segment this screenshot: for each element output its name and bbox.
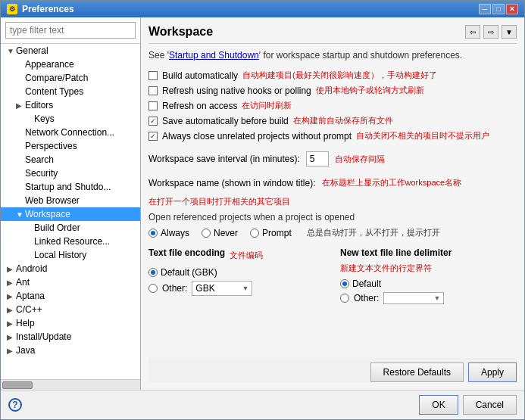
tree-item-content-types[interactable]: Content Types	[1, 85, 140, 98]
radio-prompt[interactable]: Prompt	[250, 228, 292, 238]
two-col-section: Text file encoding 文件编码 Default (GBK) Ot…	[148, 247, 517, 304]
window-icon: ⚙	[7, 4, 17, 14]
forward-button[interactable]: ⇨	[483, 25, 498, 39]
radio-never-input[interactable]	[202, 229, 211, 238]
tree-item-buildorder[interactable]: Build Order	[1, 221, 140, 235]
startup-shutdown-link[interactable]: Startup and Shutdown	[169, 50, 259, 61]
main-content: ▼ General Appearance Compare/Patch Co	[1, 17, 524, 390]
encoding-other-label: Other:	[162, 283, 187, 294]
encoding-default-option[interactable]: Default (GBK)	[148, 267, 325, 278]
scroll-thumb[interactable]	[2, 381, 33, 389]
search-input[interactable]	[5, 22, 136, 39]
panel-title: Workspace	[148, 25, 213, 39]
maximize-button[interactable]: □	[492, 4, 505, 14]
tree-label-security: Security	[25, 168, 58, 179]
restore-defaults-button[interactable]: Restore Defaults	[370, 362, 464, 382]
label-refresh-native: Refresh using native hooks or polling	[162, 86, 311, 96]
expand-icon-aptana: ▶	[7, 292, 16, 300]
radio-prompt-label: Prompt	[262, 228, 292, 238]
encoding-other-radio[interactable]	[148, 284, 158, 293]
radio-always-input[interactable]	[148, 229, 158, 238]
horizontal-scrollbar[interactable]	[1, 379, 140, 390]
expand-icon-cpp: ▶	[7, 306, 16, 314]
tree-item-java[interactable]: ▶ Java	[1, 344, 140, 357]
tree-label-webbrowser: Web Browser	[25, 195, 80, 206]
delimiter-default-radio[interactable]	[340, 279, 349, 288]
ok-button[interactable]: OK	[419, 395, 458, 415]
help-icon[interactable]: ?	[8, 398, 22, 412]
tree-label-buildorder: Build Order	[34, 222, 80, 233]
delimiter-default-option[interactable]: Default	[340, 278, 517, 289]
text-encoding-note: 文件编码	[230, 250, 263, 261]
save-interval-input[interactable]	[306, 151, 329, 166]
left-panel: ▼ General Appearance Compare/Patch Co	[1, 17, 141, 390]
option-row-close-unrelated: Always close unrelated projects without …	[148, 130, 517, 142]
footer: ? OK Cancel	[1, 390, 524, 419]
radio-never-label: Never	[214, 228, 238, 238]
right-panel: Workspace ⇦ ⇨ ▼ See 'Startup and Shutdow…	[141, 17, 524, 390]
preferences-window: ⚙ Preferences ─ □ ✕ ▼ General	[0, 0, 525, 420]
tree-item-localhistory[interactable]: Local History	[1, 248, 140, 262]
action-buttons: Restore Defaults Apply	[148, 358, 517, 382]
tree-label-search: Search	[25, 154, 54, 165]
tree-item-webbrowser[interactable]: Web Browser	[1, 194, 140, 207]
minimize-button[interactable]: ─	[479, 4, 491, 14]
radio-group-open-ref: Always Never Prompt 总是自动打开，从不打开，提示打开	[148, 227, 517, 238]
tree-item-security[interactable]: Security	[1, 166, 140, 180]
expand-icon-workspace: ▼	[16, 210, 25, 219]
tree-item-editors[interactable]: ▶ Editors	[1, 98, 140, 112]
encoding-other-select[interactable]: GBK ▼	[192, 281, 252, 296]
back-button[interactable]: ⇦	[465, 25, 480, 39]
text-encoding-title: Text file encoding	[148, 247, 225, 258]
tree-item-appearance[interactable]: Appearance	[1, 58, 140, 71]
tree-label-compare: Compare/Patch	[25, 73, 88, 83]
note-close-unrelated: 自动关闭不相关的项目时不提示用户	[356, 130, 489, 142]
apply-button[interactable]: Apply	[468, 362, 517, 382]
link-prefix: See '	[148, 50, 169, 61]
encoding-default-radio[interactable]	[148, 268, 158, 277]
checkbox-refresh-native[interactable]	[148, 86, 158, 95]
tree-item-compare-patch[interactable]: Compare/Patch	[1, 71, 140, 85]
link-suffix: ' for workspace startup and shutdown pre…	[259, 50, 462, 61]
tree-item-perspectives[interactable]: Perspectives	[1, 139, 140, 153]
tree-item-android[interactable]: ▶ Android	[1, 262, 140, 275]
delimiter-other-radio[interactable]	[340, 294, 349, 303]
tree-item-install[interactable]: ▶ Install/Update	[1, 330, 140, 344]
tree-item-network[interactable]: Network Connection...	[1, 126, 140, 139]
tree-item-workspace[interactable]: ▼ Workspace	[1, 207, 140, 221]
cancel-button[interactable]: Cancel	[463, 395, 517, 415]
workspace-name-note: 在标题栏上显示的工作workspace名称	[322, 177, 462, 188]
tree-label-general: General	[16, 45, 48, 56]
encoding-select-arrow: ▼	[242, 285, 248, 292]
menu-button[interactable]: ▼	[502, 25, 517, 39]
checkbox-save-before-build[interactable]	[148, 117, 158, 126]
tree-item-startup[interactable]: Startup and Shutdo...	[1, 180, 140, 194]
radio-never[interactable]: Never	[202, 228, 238, 238]
tree-item-general[interactable]: ▼ General	[1, 44, 140, 58]
tree-item-search[interactable]: Search	[1, 153, 140, 166]
delimiter-other-select[interactable]: ▼	[383, 292, 444, 304]
tree-item-keys[interactable]: Keys	[1, 112, 140, 126]
save-interval-note: 自动保存间隔	[335, 154, 385, 165]
workspace-name-row: Workspace name (shown in window title): …	[148, 177, 517, 188]
option-row-save-before-build: Save automatically before build 在构建前自动保存…	[148, 115, 517, 126]
checkbox-close-unrelated[interactable]	[148, 132, 158, 141]
radio-always[interactable]: Always	[148, 228, 189, 238]
label-build-auto: Build automatically	[162, 70, 238, 81]
radio-prompt-input[interactable]	[250, 229, 259, 238]
close-button[interactable]: ✕	[506, 4, 518, 14]
tree-item-aptana[interactable]: ▶ Aptana	[1, 289, 140, 303]
tree-item-linkedresources[interactable]: Linked Resource...	[1, 235, 140, 248]
open-ref-note: 在打开一个项目时打开相关的其它项目	[148, 196, 517, 207]
search-box	[1, 17, 140, 44]
tree-item-help[interactable]: ▶ Help	[1, 316, 140, 330]
tree-item-cpp[interactable]: ▶ C/C++	[1, 303, 140, 316]
tree-label-linked: Linked Resource...	[34, 236, 110, 247]
tree-item-ant[interactable]: ▶ Ant	[1, 275, 140, 289]
window-controls: ─ □ ✕	[479, 4, 518, 14]
tree-label-install: Install/Update	[16, 331, 71, 342]
checkbox-build-auto[interactable]	[148, 71, 158, 80]
tree-label-network: Network Connection...	[25, 127, 114, 138]
checkbox-refresh-access[interactable]	[148, 101, 158, 110]
expand-icon-install: ▶	[7, 333, 16, 341]
